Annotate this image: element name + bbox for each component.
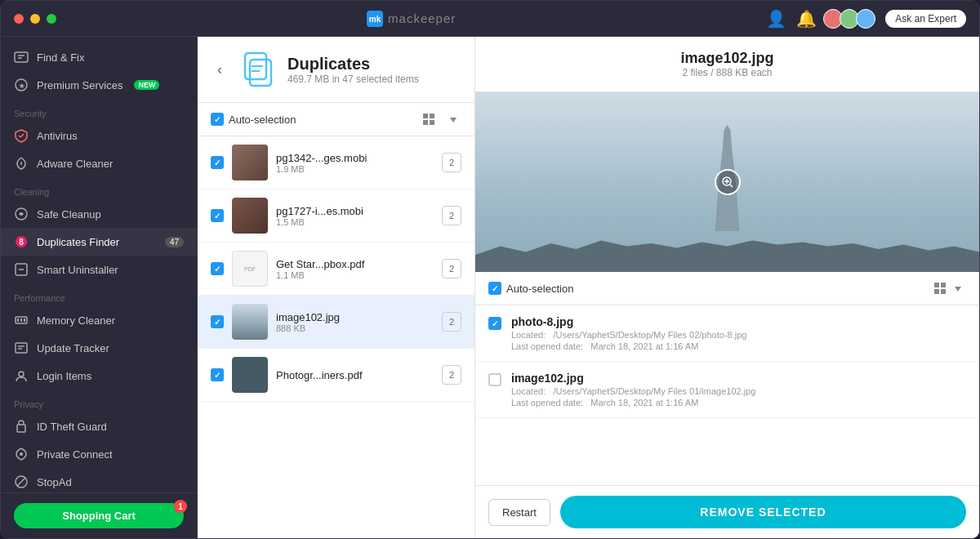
file-checkbox-5[interactable] [211,368,224,381]
file-checkbox-1[interactable] [211,156,224,169]
dup-checkbox-2[interactable] [488,373,501,386]
sidebar-item-update-tracker[interactable]: Update Tracker [1,334,197,362]
file-thumbnail-2 [232,198,268,234]
app-window: mk mackeeper 👤 🔔 Ask an Expert [0,0,980,539]
file-item[interactable]: PDF Get Star...pbox.pdf 1.1 MB 2 [198,243,474,296]
sidebar-item-id-theft-guard[interactable]: ID Theft Guard [1,412,197,440]
right-auto-checkbox[interactable] [488,282,501,295]
svg-rect-2 [15,52,28,62]
sidebar-item-login-items[interactable]: Login Items [1,362,197,390]
svg-rect-40 [941,283,946,287]
duplicates-finder-icon: 8 [14,234,29,249]
file-item[interactable]: Photogr...iners.pdf 2 [198,349,474,402]
sidebar-item-safe-cleanup[interactable]: Safe Cleanup [1,200,197,228]
sidebar-nav: Find & Fix ★ Premium Services NEW Securi… [1,37,197,492]
file-name-5: Photogr...iners.pdf [276,369,434,381]
sidebar-item-smart-uninstaller[interactable]: Smart Uninstaller [1,256,197,283]
duplicates-list-panel: ‹ Duplicates 469.7 MB in 47 selected ite… [198,37,475,538]
auto-selection-toggle[interactable]: Auto-selection [211,113,412,126]
right-auto-selection[interactable]: Auto-selection [488,282,930,295]
sidebar-item-find-fix[interactable]: Find & Fix [1,43,197,71]
stopad-label: StopAd [37,476,72,488]
file-count-3: 2 [442,259,461,278]
svg-rect-28 [250,60,271,86]
file-list: pg1342-...ges.mobi 1.9 MB 2 pg1727-i...e… [198,136,474,538]
svg-line-36 [730,185,733,187]
privacy-category-label: Privacy [1,390,197,412]
auto-selection-label: Auto-selection [229,114,296,126]
shopping-cart-button[interactable]: Shopping Cart 1 [14,503,184,528]
stopad-icon [14,474,29,489]
sidebar-item-premium-services[interactable]: ★ Premium Services NEW [1,71,197,99]
maximize-button[interactable] [47,14,56,24]
sidebar-item-duplicates-finder[interactable]: 8 Duplicates Finder 47 [1,228,197,256]
svg-rect-42 [941,289,946,294]
ask-expert-label: Ask an Expert [895,13,956,24]
right-sort-button[interactable] [950,280,966,296]
grid-view-button[interactable] [419,109,439,129]
cleaning-category-label: Cleaning [1,177,197,200]
file-checkbox-2[interactable] [211,209,224,222]
back-button[interactable]: ‹ [214,58,225,82]
duplicate-item-1[interactable]: photo-8.jpg Located: /Users/YaphetS/Desk… [475,305,979,362]
sidebar-item-adware-cleaner[interactable]: Adware Cleaner [1,149,197,177]
dup-located-1: Located: /Users/YaphetS/Desktop/My Files… [511,330,966,340]
file-info-4: image102.jpg 888 KB [276,311,434,333]
zoom-icon[interactable] [715,169,741,195]
file-item[interactable]: pg1727-i...es.mobi 1.5 MB 2 [198,189,474,243]
dup-located-2: Located: /Users/YaphetS/Desktop/My Files… [511,386,966,396]
dup-checkbox-1[interactable] [488,317,501,330]
file-size-3: 1.1 MB [276,270,434,280]
dup-located-label-1: Located: [511,330,546,340]
file-item-selected[interactable]: image102.jpg 888 KB 2 [198,296,474,349]
svg-rect-23 [17,425,25,432]
logo-icon: mk [367,11,383,27]
dup-opened-label-1: Last opened date: [511,341,583,351]
file-size-2: 1.5 MB [276,217,434,227]
auto-selection-checkbox[interactable] [211,113,224,126]
restart-button[interactable]: Restart [488,499,550,526]
ask-expert-button[interactable]: Ask an Expert [885,10,966,28]
bottom-action-bar: Restart REMOVE SELECTED [475,485,979,538]
panel-title: Duplicates [287,55,419,74]
svg-rect-19 [16,343,27,353]
dup-info-1: photo-8.jpg Located: /Users/YaphetS/Desk… [511,315,966,351]
file-thumbnail-3: PDF [232,251,268,287]
shopping-cart-label: Shopping Cart [62,510,136,522]
right-auto-label: Auto-selection [506,283,573,295]
dup-opened-value-2: March 18, 2021 at 1:16 AM [590,398,698,408]
right-grid-button[interactable] [930,278,950,298]
sidebar-item-antivirus[interactable]: Antivirus [1,122,197,149]
premium-services-label: Premium Services [37,79,122,91]
adware-cleaner-icon [14,156,29,171]
duplicates-count-badge: 47 [165,237,184,247]
dup-opened-2: Last opened date: March 18, 2021 at 1:16… [511,398,966,408]
selected-file-title: image102.jpg [495,50,960,67]
sort-button[interactable] [445,111,461,127]
avatar-group [826,9,875,29]
file-thumbnail-5 [232,357,268,393]
main-layout: Find & Fix ★ Premium Services NEW Securi… [1,37,979,538]
image-preview [475,92,979,272]
find-fix-icon [14,50,29,65]
minimize-button[interactable] [30,14,40,24]
user-icon[interactable]: 👤 [766,9,786,29]
close-button[interactable] [14,14,24,24]
performance-category-label: Performance [1,283,197,306]
remove-selected-button[interactable]: REMOVE SELECTED [560,496,966,528]
logo-text: mackeeper [388,11,456,25]
file-checkbox-3[interactable] [211,262,224,275]
svg-rect-18 [24,318,25,322]
sidebar-item-stopad[interactable]: StopAd [1,468,197,492]
duplicate-item-2[interactable]: image102.jpg Located: /Users/YaphetS/Des… [475,362,979,418]
file-item[interactable]: pg1342-...ges.mobi 1.9 MB 2 [198,136,474,189]
private-connect-label: Private Connect [37,448,113,461]
antivirus-icon [14,128,29,143]
sidebar-item-memory-cleaner[interactable]: Memory Cleaner [1,306,197,334]
file-checkbox-4[interactable] [211,315,224,328]
svg-line-26 [17,478,25,486]
sidebar-item-private-connect[interactable]: Private Connect [1,440,197,468]
file-size-4: 888 KB [276,323,434,333]
notification-icon[interactable]: 🔔 [796,9,817,29]
duplicates-finder-label: Duplicates Finder [37,236,119,248]
